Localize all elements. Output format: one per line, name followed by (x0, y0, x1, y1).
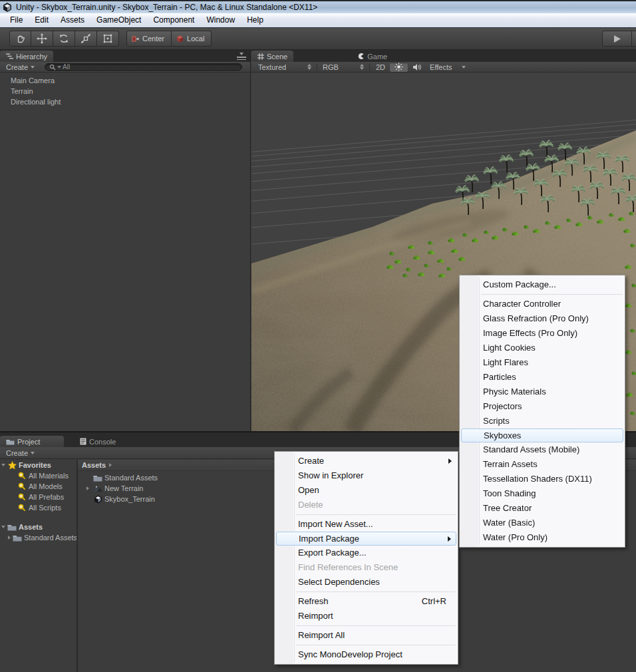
submenu-item[interactable]: Terrain Assets (460, 457, 625, 472)
menu-item-label: Import New Asset... (298, 519, 373, 529)
submenu-item[interactable]: Glass Refraction (Pro Only) (460, 311, 625, 326)
assets-child[interactable]: Standard Assets (0, 532, 77, 543)
project-create-dropdown[interactable]: Create (3, 447, 38, 458)
playmode-group (602, 31, 636, 47)
tab-scene[interactable]: Scene (251, 51, 293, 62)
menu-item[interactable]: Delete (275, 498, 458, 512)
menu-item[interactable]: Reimport (275, 609, 458, 623)
audio-toggle-button[interactable] (408, 63, 426, 72)
project-tree: Favorites All Materials All Models (0, 460, 77, 672)
submenu-item-label: Terrain Assets (483, 459, 538, 469)
rect-tool-button[interactable] (97, 31, 119, 47)
hierarchy-create-dropdown[interactable]: Create (3, 62, 38, 72)
star-icon (7, 461, 17, 469)
menu-item[interactable]: Find References In Scene (275, 560, 458, 575)
file-type-icon (93, 495, 102, 503)
channel-dropdown[interactable]: RGB (319, 62, 368, 72)
folder-icon (7, 523, 17, 531)
hierarchy-item[interactable]: Terrain (0, 86, 250, 96)
expander-icon[interactable] (1, 526, 5, 528)
assets-root[interactable]: Assets (0, 522, 77, 532)
tab-project[interactable]: Project (0, 436, 64, 447)
menu-item (275, 589, 458, 594)
favorites-root[interactable]: Favorites (0, 460, 77, 470)
submenu-item[interactable]: Physic Materials (460, 385, 625, 399)
rotate-tool-button[interactable] (53, 31, 75, 47)
hand-tool-button[interactable] (9, 31, 31, 47)
submenu-item[interactable]: Water (Basic) (460, 516, 625, 530)
menu-item[interactable]: Select Dependencies (275, 575, 458, 589)
hierarchy-item[interactable]: Main Camera (0, 75, 250, 86)
console-tab-label: Console (89, 438, 116, 446)
render-mode-dropdown[interactable]: Textured (254, 62, 315, 72)
submenu-item-label: Image Effects (Pro Only) (483, 328, 577, 338)
menubar-item[interactable]: Edit (29, 13, 55, 27)
submenu-item[interactable]: Light Flares (460, 355, 625, 370)
favorites-item[interactable]: All Models (0, 481, 77, 492)
submenu-item[interactable]: Image Effects (Pro Only) (460, 326, 625, 341)
space-local-button[interactable]: Local (172, 31, 212, 47)
hierarchy-tab-label: Hierarchy (16, 53, 47, 61)
submenu-item[interactable]: Character Controller (460, 297, 625, 311)
toggle-2d-button[interactable]: 2D (371, 63, 390, 72)
context-menu: Create Show in Explorer Open Delete (274, 451, 458, 665)
hierarchy-search-input[interactable]: All (45, 63, 242, 71)
submenu-item[interactable]: Toon Shading (460, 486, 625, 501)
menubar-item[interactable]: File (4, 13, 29, 27)
submenu-item[interactable]: Projectors (460, 399, 625, 414)
submenu-item[interactable]: Tree Creator (460, 501, 625, 516)
submenu-item[interactable]: Water (Pro Only) (460, 530, 625, 545)
move-tool-button[interactable] (31, 31, 53, 47)
submenu-item[interactable]: Scripts (460, 414, 625, 428)
submenu-item[interactable]: Standard Assets (Mobile) (460, 442, 625, 457)
menubar-item[interactable]: Window (200, 13, 241, 27)
submenu-arrow-icon (448, 458, 452, 464)
scale-tool-button[interactable] (75, 31, 97, 47)
panel-menu-icon[interactable] (237, 53, 246, 60)
hierarchy-item[interactable]: Directional light (0, 96, 250, 107)
menu-item[interactable]: Refresh Ctrl+R (275, 594, 458, 609)
menu-item-label: Sync MonoDevelop Project (298, 649, 402, 659)
menu-item[interactable]: Create (275, 454, 458, 468)
lighting-toggle-button[interactable] (390, 63, 408, 72)
menubar-item[interactable]: Help (241, 13, 269, 27)
favorites-item[interactable]: All Prefabs (0, 492, 77, 502)
assets-child-label: Standard Assets (24, 534, 77, 542)
menu-item[interactable]: Import New Asset... (275, 517, 458, 532)
favorites-item[interactable]: All Scripts (0, 502, 77, 513)
pause-button[interactable] (632, 31, 636, 47)
submenu-item[interactable]: Skyboxes (461, 428, 623, 442)
menu-item[interactable]: Sync MonoDevelop Project (275, 647, 458, 662)
menubar-item[interactable]: GameObject (90, 13, 147, 27)
pivot-center-button[interactable]: Center (126, 31, 172, 47)
tab-game[interactable]: Game (351, 51, 393, 62)
play-button[interactable] (602, 31, 632, 47)
submenu-item-label: Water (Pro Only) (483, 532, 548, 542)
hierarchy-toolbar: Create All (0, 62, 250, 73)
hierarchy-tabstrip: Hierarchy (0, 50, 250, 62)
favorites-item-label: All Materials (29, 472, 69, 480)
menu-item[interactable]: Show in Explorer (275, 468, 458, 483)
effects-dropdown[interactable]: Effects (426, 62, 470, 72)
tab-hierarchy[interactable]: Hierarchy (0, 51, 53, 62)
expander-icon[interactable] (86, 486, 89, 490)
menu-item[interactable]: Import Package (276, 532, 456, 546)
menu-item[interactable]: Open (275, 483, 458, 498)
menu-item[interactable]: Reimport All (275, 628, 458, 643)
expander-icon[interactable] (1, 464, 5, 466)
submenu-item-label: Glass Refraction (Pro Only) (483, 313, 589, 323)
file-name-label: Skybox_Terrain (104, 495, 155, 503)
expander-icon[interactable] (8, 536, 11, 540)
tab-console[interactable]: Console (74, 436, 122, 447)
submenu-item[interactable]: Custom Package... (460, 277, 625, 292)
submenu-arrow-icon (448, 536, 451, 542)
breadcrumb-label[interactable]: Assets (82, 461, 106, 469)
submenu-item[interactable]: Light Cookies (460, 341, 625, 355)
submenu-item[interactable]: Particles (460, 370, 625, 385)
menubar-item[interactable]: Assets (55, 13, 90, 27)
submenu-item[interactable]: Tessellation Shaders (DX11) (460, 472, 625, 486)
menubar-item[interactable]: Component (147, 13, 200, 27)
menu-item[interactable]: Export Package... (275, 546, 458, 560)
favorites-item[interactable]: All Materials (0, 470, 77, 481)
assets-root-label: Assets (19, 523, 43, 531)
